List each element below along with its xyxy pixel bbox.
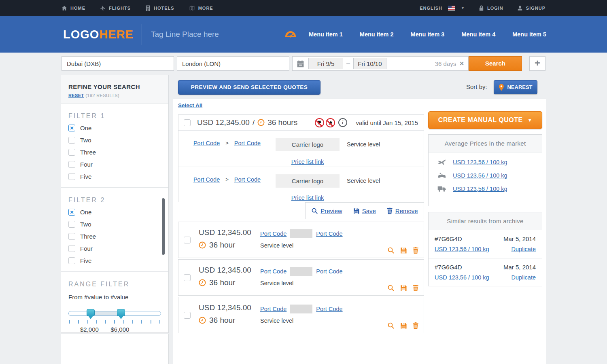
port-code-link[interactable]: Port Code (316, 231, 342, 237)
save-icon[interactable] (400, 322, 407, 329)
checkbox[interactable] (68, 245, 75, 252)
filter1-option-four[interactable]: Four (68, 161, 161, 168)
filter2-option-three[interactable]: Three (68, 233, 161, 240)
create-manual-quote-button[interactable]: CREATE MANUAL QUOTE ▼ (428, 111, 542, 129)
checkbox[interactable] (68, 149, 75, 156)
magnifier-icon[interactable] (387, 284, 395, 292)
result-checkbox[interactable] (184, 237, 191, 243)
nav-hotels[interactable]: HOTELS (145, 5, 174, 11)
filter1-option-two[interactable]: Two (68, 137, 161, 144)
checkbox[interactable] (68, 161, 75, 168)
save-icon (353, 207, 360, 214)
language-selector[interactable]: ENGLISH ▼ (420, 6, 465, 11)
port-code-link[interactable]: Port Code (234, 176, 261, 183)
quote-checkbox[interactable] (184, 119, 191, 126)
carrier-logo: Carrier logo (276, 138, 340, 151)
nav-more[interactable]: MORE (189, 5, 213, 11)
slider-handle-max[interactable] (117, 309, 125, 316)
preview-action[interactable]: Preview (311, 207, 342, 214)
route-arrow: > (225, 140, 229, 146)
remove-label: Remove (395, 207, 418, 214)
date-to[interactable]: Fri 10/10 (353, 58, 386, 69)
archive-title: Similar results from archive (429, 212, 542, 230)
port-code-link[interactable]: Port Code (316, 268, 342, 275)
port-code-link[interactable]: Port Code (260, 231, 287, 237)
signup-label: SIGNUP (526, 6, 545, 11)
menu-item-4[interactable]: Menu item 4 (461, 31, 495, 38)
result-price: USD 12,345.00 (199, 303, 251, 312)
port-code-link[interactable]: Port Code (234, 140, 261, 146)
result-checkbox[interactable] (184, 274, 191, 281)
calendar-icon[interactable] (297, 60, 304, 68)
menu-item-1[interactable]: Menu item 1 (309, 31, 343, 38)
checkbox[interactable] (68, 233, 75, 240)
avg-price-road: USD 123,56 / 100 kg (429, 186, 542, 192)
port-code-link[interactable]: Port Code (193, 140, 220, 146)
filter1-option-three[interactable]: Three (68, 149, 161, 156)
duplicate-link[interactable]: Duplicate (511, 274, 536, 281)
filter2-option-two[interactable]: Two (68, 221, 161, 228)
save-icon[interactable] (400, 247, 407, 254)
checkbox[interactable] (68, 137, 75, 144)
filter1-option-one[interactable]: One (68, 125, 161, 131)
add-search-button[interactable]: + (529, 56, 545, 71)
menu-item-3[interactable]: Menu item 3 (411, 31, 445, 38)
avg-price-link[interactable]: USD 123,56 / 100 kg (453, 159, 507, 165)
result-checkbox[interactable] (184, 312, 191, 319)
nav-flights[interactable]: FLIGHTS (100, 5, 131, 11)
magnifier-icon[interactable] (387, 322, 395, 329)
remove-action[interactable]: Remove (386, 207, 418, 214)
checkbox[interactable] (68, 221, 75, 228)
filter2-option-four[interactable]: Four (68, 245, 161, 252)
option-label: Five (80, 173, 91, 180)
logo-secondary: HERE (99, 28, 134, 41)
save-icon[interactable] (400, 284, 407, 292)
checkbox[interactable] (68, 173, 75, 180)
clear-duration-icon[interactable]: ✕ (459, 60, 464, 67)
menu-item-5[interactable]: Menu item 5 (512, 31, 546, 38)
save-action[interactable]: Save (353, 207, 376, 214)
port-code-link[interactable]: Port Code (260, 306, 287, 312)
checkbox-checked[interactable] (68, 209, 75, 216)
menu-item-2[interactable]: Menu item 2 (360, 31, 394, 38)
archive-price-link[interactable]: USD 123,56 / 100 kg (435, 246, 489, 252)
date-from[interactable]: Fri 9/5 (308, 58, 343, 69)
divider (61, 187, 168, 188)
filter2-option-five[interactable]: Five (68, 257, 161, 264)
avg-price-link[interactable]: USD 123,56 / 100 kg (453, 186, 507, 192)
trash-icon[interactable] (412, 247, 419, 254)
select-all-link[interactable]: Select All (178, 102, 202, 108)
duration-text: 36 hour (209, 316, 235, 325)
trash-icon[interactable] (412, 284, 419, 292)
quote-price: USD 12,345.00 (197, 118, 250, 127)
checkbox[interactable] (68, 257, 75, 264)
login-button[interactable]: LOGIN (479, 5, 503, 11)
preview-send-button[interactable]: PREVIEW AND SEND SELECTED QUOTES (178, 80, 320, 95)
destination-input[interactable] (177, 56, 289, 71)
port-code-link[interactable]: Port Code (260, 268, 287, 275)
origin-input[interactable] (62, 56, 174, 71)
info-icon[interactable]: i (338, 118, 347, 127)
search-button[interactable]: Search (469, 56, 522, 71)
avg-price-link[interactable]: USD 123,56 / 100 kg (453, 172, 507, 179)
nav-home[interactable]: HOME (62, 5, 85, 11)
sort-nearest-button[interactable]: NEAREST (494, 80, 537, 94)
signup-button[interactable]: SIGNUP (517, 5, 545, 11)
trash-icon[interactable] (412, 322, 419, 329)
price-list-link[interactable]: Price list link (276, 195, 340, 203)
scrollbar-thumb[interactable] (162, 198, 165, 255)
checkbox-checked[interactable] (68, 125, 75, 131)
logo-primary: LOGO (63, 28, 99, 41)
slider-handle-min[interactable] (87, 309, 95, 316)
port-code-link[interactable]: Port Code (193, 176, 220, 183)
filter1-option-five[interactable]: Five (68, 173, 161, 180)
duplicate-link[interactable]: Duplicate (511, 246, 536, 252)
filter2-option-one[interactable]: One (68, 209, 161, 216)
reset-link[interactable]: RESET (68, 93, 84, 98)
service-level-label: Service level (340, 138, 424, 153)
archive-price-link[interactable]: USD 123,56 / 100 kg (435, 274, 489, 281)
magnifier-icon[interactable] (387, 247, 395, 254)
price-list-link[interactable]: Price list link (276, 159, 340, 167)
port-code-link[interactable]: Port Code (316, 306, 342, 312)
logo[interactable]: LOGOHERE (63, 28, 134, 41)
